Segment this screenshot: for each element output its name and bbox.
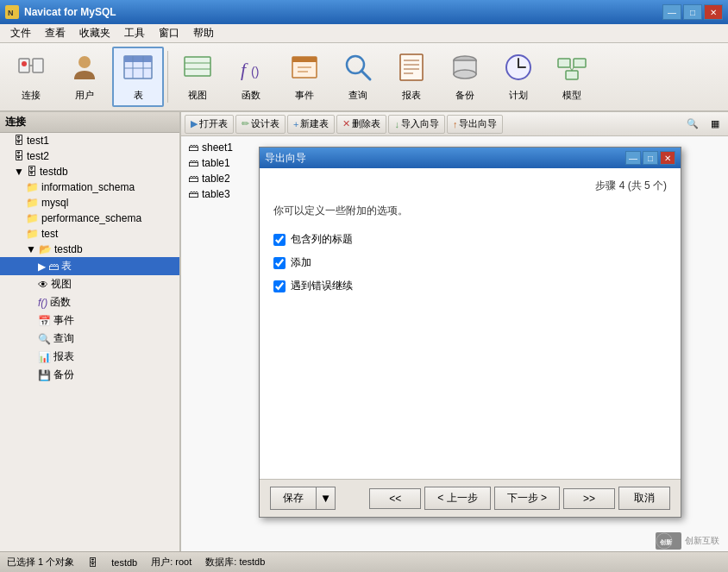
include-header-checkbox[interactable] <box>273 234 286 246</box>
continue-on-error-checkbox[interactable] <box>273 280 286 292</box>
export-wizard-dialog: 导出向导 — □ ✕ 步骤 4 (共 5 个) 你可以定义一些附加的选项。 包含… <box>259 147 681 518</box>
append-checkbox[interactable] <box>273 257 286 269</box>
dialog-title: 导出向导 <box>265 151 624 166</box>
dialog-minimize-button[interactable]: — <box>625 151 641 165</box>
dialog-step: 步骤 4 (共 5 个) <box>273 179 667 193</box>
dialog-option-include-header: 包含列的标题 <box>273 232 667 247</box>
dialog-body: 步骤 4 (共 5 个) 你可以定义一些附加的选项。 包含列的标题 添加 遇到错… <box>260 168 681 479</box>
dialog-option-append: 添加 <box>273 255 667 270</box>
forward-button[interactable]: >> <box>563 488 615 509</box>
cancel-button[interactable]: 取消 <box>618 487 670 510</box>
save-group: 保存 ▼ <box>270 487 336 510</box>
save-button[interactable]: 保存 <box>270 487 317 510</box>
dialog-overlay: 导出向导 — □ ✕ 步骤 4 (共 5 个) 你可以定义一些附加的选项。 包含… <box>0 0 728 572</box>
dialog-footer: 保存 ▼ << < 上一步 下一步 > >> 取消 <box>260 479 681 517</box>
continue-on-error-label: 遇到错误继续 <box>291 279 353 293</box>
dialog-close-button[interactable]: ✕ <box>660 151 675 165</box>
back-back-button[interactable]: << <box>369 488 421 509</box>
next-button[interactable]: 下一步 > <box>494 487 560 510</box>
back-button[interactable]: < 上一步 <box>424 487 490 510</box>
dialog-maximize-button[interactable]: □ <box>643 151 658 165</box>
dialog-titlebar: 导出向导 — □ ✕ <box>260 148 681 168</box>
save-dropdown-button[interactable]: ▼ <box>317 487 336 510</box>
dialog-option-continue-on-error: 遇到错误继续 <box>273 279 667 293</box>
include-header-label: 包含列的标题 <box>291 232 353 247</box>
append-label: 添加 <box>291 255 311 270</box>
dialog-description: 你可以定义一些附加的选项。 <box>273 204 667 218</box>
